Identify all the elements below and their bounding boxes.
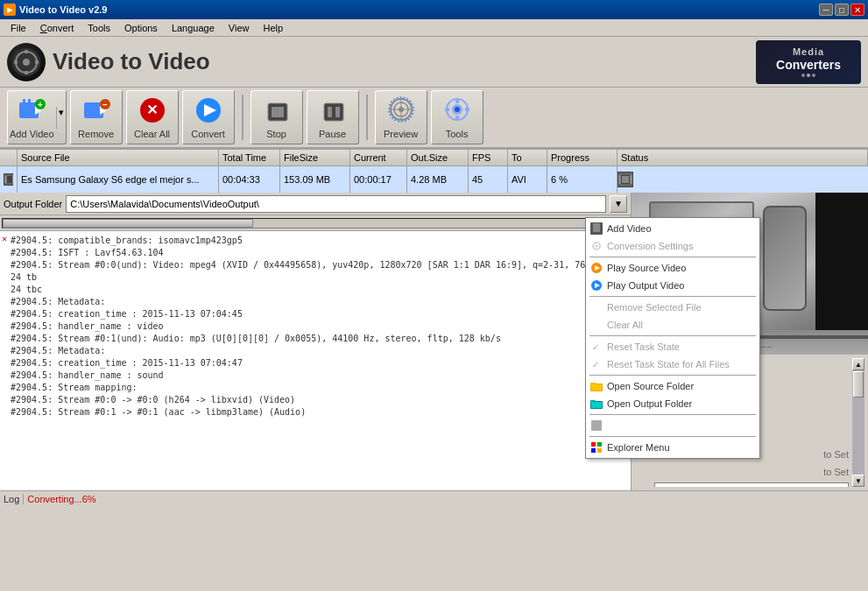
settings-toset-2: to Set [823, 467, 849, 477]
ctx-sep-4 [589, 375, 756, 376]
menu-convert[interactable]: Convert [33, 21, 81, 35]
output-folder-input[interactable] [66, 195, 606, 213]
col-header-current[interactable]: Current [350, 150, 407, 165]
status-bar: Log Converting...6% [0, 490, 868, 506]
col-header-status[interactable]: Status [617, 150, 868, 165]
convert-button[interactable]: Convert [182, 90, 235, 144]
add-video-dropdown-arrow[interactable]: ▾ [56, 107, 64, 129]
ctx-add-video[interactable]: Add Video [586, 220, 759, 237]
toolbar-sep-2 [366, 95, 368, 140]
menu-view[interactable]: View [222, 21, 257, 35]
svg-point-55 [596, 245, 598, 248]
row-progress: 6 % [547, 166, 617, 193]
svg-rect-69 [591, 442, 596, 447]
remove-button[interactable]: – Remove [70, 90, 123, 144]
log-area: ✕ #2904.5: compatible_brands: isomavc1mp… [0, 231, 631, 490]
minimize-button[interactable]: ─ [819, 4, 833, 16]
ctx-conversion-settings-label: Conversion Settings [607, 241, 693, 251]
log-line: #2904.5: Stream #0:0 -> #0:0 (h264 -> li… [11, 394, 629, 406]
menu-tools[interactable]: Tools [81, 21, 117, 35]
v-scroll-down-button[interactable]: ▼ [852, 475, 864, 487]
stop-icon [261, 95, 293, 127]
v-scroll-up-button[interactable]: ▲ [852, 358, 864, 370]
log-line: #2904.5: Metadata: [11, 296, 629, 308]
gear-svg [591, 241, 602, 251]
col-header-to[interactable]: To [508, 150, 547, 165]
svg-rect-5 [14, 60, 18, 64]
log-toggle-label[interactable]: Log [4, 494, 24, 504]
ctx-play-output-video[interactable]: Play Output Video [586, 277, 759, 294]
settings-toset-1: to Set [823, 449, 849, 460]
pause-button[interactable]: Pause [307, 90, 359, 144]
maximize-button[interactable]: □ [835, 4, 849, 16]
ctx-open-source-folder[interactable]: Open Source Folder [586, 377, 759, 395]
add-video-button[interactable]: + Add Video ▾ [7, 90, 67, 144]
log-line: #2904.5: handler_name : sound [11, 369, 629, 382]
svg-rect-48 [618, 184, 632, 186]
v-scroll-track[interactable] [852, 370, 864, 475]
remove-icon: – [81, 95, 112, 127]
horizontal-scrollbar[interactable] [2, 218, 629, 229]
settings-flip-select[interactable]: No [654, 482, 849, 487]
close-button[interactable]: ✕ [850, 4, 864, 16]
svg-rect-72 [597, 448, 602, 453]
film-icon [4, 173, 13, 186]
menu-file[interactable]: File [4, 21, 33, 35]
ctx-reset-icon: ✓ [589, 340, 603, 354]
svg-rect-22 [272, 107, 284, 117]
svg-rect-23 [324, 103, 343, 121]
col-header-fps[interactable]: FPS [469, 150, 508, 165]
log-clear-button[interactable]: ✕ [2, 233, 7, 245]
ctx-play-source-video[interactable]: Play Source Video [586, 259, 759, 277]
toolbar-sep-1 [242, 95, 243, 140]
ctx-conversion-settings: Conversion Settings [586, 237, 759, 255]
folder-yellow-svg [590, 381, 603, 391]
row-status [617, 166, 868, 193]
output-folder-browse-button[interactable]: ▼ [610, 195, 627, 213]
pause-icon [317, 95, 349, 127]
ctx-sep-1 [589, 257, 756, 257]
table-row[interactable]: Es Samsung Galaxy S6 edge el mejor s... … [0, 166, 868, 193]
stop-button[interactable]: Stop [251, 90, 303, 144]
menu-language[interactable]: Language [165, 21, 222, 35]
left-panel: Output Folder ▼ ✕ #2904.5: compatible_br… [0, 193, 632, 490]
svg-rect-49 [622, 176, 629, 183]
folder-teal-svg [590, 398, 603, 409]
col-header-source[interactable]: Source File [18, 150, 219, 165]
preview-icon [385, 95, 417, 127]
col-header-filesize[interactable]: FileSize [280, 150, 350, 165]
menu-options[interactable]: Options [117, 21, 165, 35]
status-text: Converting...6% [27, 494, 95, 504]
svg-point-34 [455, 107, 460, 112]
preview-button[interactable]: Preview [375, 90, 427, 144]
clear-all-button[interactable]: ✕ Clear All [126, 90, 179, 144]
log-line: 24 tbc [11, 284, 629, 296]
col-header-progress[interactable]: Progress [547, 150, 617, 165]
ctx-play-source-label: Play Source Video [607, 263, 686, 273]
svg-text:✕: ✕ [146, 102, 158, 117]
ctx-sep-2 [589, 296, 756, 297]
add-video-icon: + [16, 95, 47, 127]
row-fps: 45 [469, 166, 508, 193]
col-header-outsize[interactable]: Out.Size [407, 150, 469, 165]
checkmark2-svg: ✓ [592, 360, 601, 369]
logo-area: Video to Video Media Converters [0, 37, 868, 88]
title-bar-title: Video to Video v2.9 [19, 4, 107, 15]
svg-rect-53 [600, 223, 602, 232]
ctx-open-output-folder[interactable]: Open Output Folder [586, 395, 759, 412]
ctx-source-folder-icon [589, 379, 603, 393]
col-header-time[interactable]: Total Time [219, 150, 280, 165]
menu-help[interactable]: Help [256, 21, 290, 35]
title-bar-controls: ─ □ ✕ [819, 4, 864, 16]
row-source-file: Es Samsung Galaxy S6 edge el mejor s... [18, 166, 219, 193]
svg-rect-70 [597, 442, 602, 447]
ctx-reset-all-label: Reset Task State for All Files [607, 359, 730, 369]
ctx-clear-all-label: Clear All [607, 320, 643, 330]
svg-rect-38 [465, 108, 469, 111]
tools-button[interactable]: Tools [431, 90, 483, 144]
ctx-add-video-icon [589, 222, 603, 236]
ctx-explorer-menu[interactable]: Explorer Menu [586, 439, 759, 456]
row-file-size: 153.09 MB [280, 166, 350, 193]
row-total-time: 00:04:33 [219, 166, 280, 193]
output-folder-label: Output Folder [4, 199, 62, 209]
